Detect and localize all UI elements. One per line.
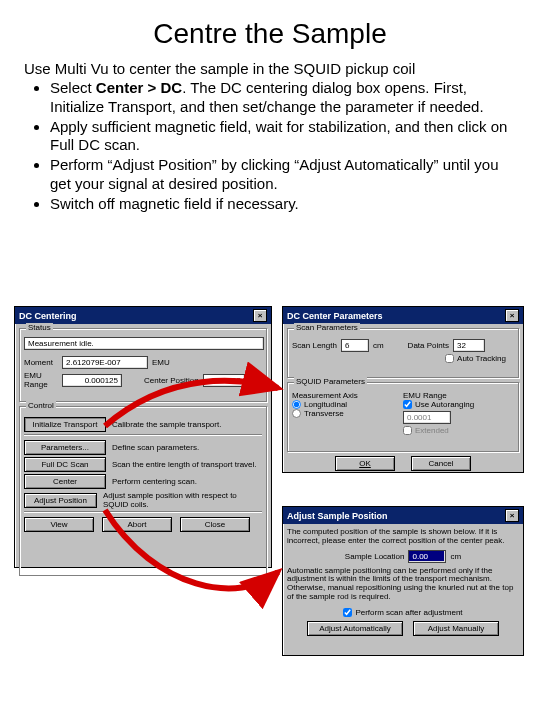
center-value: 3.00 (203, 374, 245, 387)
adjust-position-button[interactable]: Adjust Position (24, 493, 97, 508)
adjust-titlebar: Adjust Sample Position × (283, 507, 523, 524)
close-icon[interactable]: × (253, 309, 267, 322)
page-title: Centre the Sample (24, 18, 516, 50)
transverse-radio[interactable] (292, 409, 301, 418)
close-button[interactable]: Close (180, 517, 250, 532)
abort-button[interactable]: Abort (102, 517, 172, 532)
extended-checkbox[interactable] (403, 426, 412, 435)
moment-label: Moment (24, 358, 58, 367)
range-value: 0.000125 (62, 374, 122, 387)
adjust-auto-button[interactable]: Adjust Automatically (307, 621, 403, 636)
sample-location-unit: cm (450, 552, 461, 561)
bullet-item: Apply sufficient magnetic field, wait fo… (50, 118, 516, 156)
dc-params-dialog: DC Center Parameters × Scan Parameters S… (282, 306, 524, 473)
longitudinal-radio[interactable] (292, 400, 301, 409)
control-group-label: Control (26, 401, 56, 410)
auto-tracking-label: Auto Tracking (457, 354, 506, 363)
emu-range-label: EMU Range (403, 391, 514, 400)
parameters-button[interactable]: Parameters... (24, 440, 106, 455)
adjust-desc1: The computed position of the sample is s… (287, 528, 519, 546)
status-text: Measurement idle. (24, 337, 264, 350)
data-points-input[interactable]: 32 (453, 339, 485, 352)
init-desc: Calibrate the sample transport. (112, 420, 221, 429)
scan-length-input[interactable]: 6 (341, 339, 369, 352)
moment-unit: EMU (152, 358, 170, 367)
initialize-transport-button[interactable]: Initialize Transport (24, 417, 106, 432)
moment-value: 2.612079E-007 (62, 356, 148, 369)
autoranging-checkbox[interactable] (403, 400, 412, 409)
close-icon[interactable]: × (505, 509, 519, 522)
scan-params-group: Scan Parameters (294, 323, 360, 332)
dc-params-titlebar: DC Center Parameters × (283, 307, 523, 324)
dc-params-title: DC Center Parameters (287, 311, 383, 321)
cancel-button[interactable]: Cancel (411, 456, 471, 471)
emu-value: 0.0001 (403, 411, 451, 424)
bullet-list: Select Center > DC. The DC centering dia… (24, 79, 516, 213)
intro-text: Use Multi Vu to center the sample in the… (24, 60, 516, 77)
view-button[interactable]: View (24, 517, 94, 532)
scan-length-label: Scan Length (292, 341, 337, 350)
autoranging-label: Use Autoranging (415, 400, 474, 409)
center-button[interactable]: Center (24, 474, 106, 489)
center-label: Center Position (144, 376, 199, 385)
adjust-desc: Adjust sample position with respect to S… (103, 491, 262, 509)
scan-length-unit: cm (373, 341, 384, 350)
center-unit: cm (249, 376, 260, 385)
dc-centering-dialog: DC Centering × Status Measurement idle. … (14, 306, 272, 568)
perform-scan-label: Perform scan after adjustment (355, 608, 462, 617)
range-label: EMU Range (24, 371, 58, 389)
close-icon[interactable]: × (505, 309, 519, 322)
params-desc: Define scan parameters. (112, 443, 199, 452)
adjust-title: Adjust Sample Position (287, 511, 388, 521)
transverse-label: Transverse (304, 409, 344, 418)
data-points-label: Data Points (408, 341, 449, 350)
longitudinal-label: Longitudinal (304, 400, 347, 409)
dc-centering-titlebar: DC Centering × (15, 307, 271, 324)
auto-tracking-checkbox[interactable] (445, 354, 454, 363)
perform-scan-checkbox[interactable] (343, 608, 352, 617)
adjust-position-dialog: Adjust Sample Position × The computed po… (282, 506, 524, 656)
dc-centering-title: DC Centering (19, 311, 77, 321)
full-dc-scan-button[interactable]: Full DC Scan (24, 457, 106, 472)
bullet-item: Switch off magnetic field if necessary. (50, 195, 516, 214)
status-group-label: Status (26, 323, 53, 332)
axis-label: Measurement Axis (292, 391, 403, 400)
full-desc: Scan the entire length of transport trav… (112, 460, 257, 469)
bullet-item: Select Center > DC. The DC centering dia… (50, 79, 516, 117)
ok-button[interactable]: OK (335, 456, 395, 471)
extended-label: Extended (415, 426, 449, 435)
squid-params-group: SQUID Parameters (294, 377, 367, 386)
adjust-desc2: Automatic sample positioning can be perf… (287, 567, 519, 602)
sample-location-input[interactable]: 0.00 (408, 550, 446, 563)
bullet-item: Perform “Adjust Position” by clicking “A… (50, 156, 516, 194)
sample-location-label: Sample Location (345, 552, 405, 561)
adjust-manual-button[interactable]: Adjust Manually (413, 621, 499, 636)
center-desc: Perform centering scan. (112, 477, 197, 486)
